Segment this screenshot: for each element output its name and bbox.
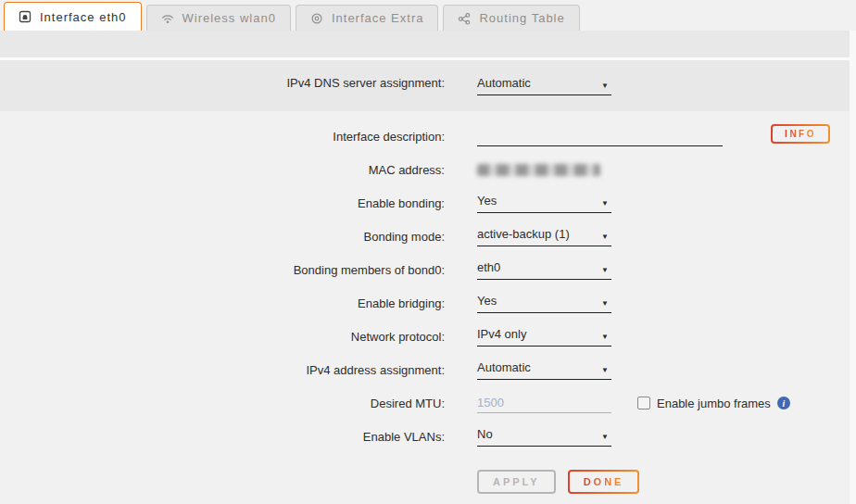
enable-bridging-select[interactable]: Yes ▼ [477,294,611,313]
jumbo-frames-label: Enable jumbo frames [657,397,771,410]
selected-value: Automatic [477,76,531,90]
tab-label: Interface Extra [332,11,424,25]
tab-label: Interface eth0 [40,10,127,24]
chevron-down-icon: ▼ [601,267,611,274]
info-button[interactable]: INFO [771,124,830,144]
jumbo-frames-checkbox[interactable] [637,397,650,410]
selected-value: No [477,427,493,441]
tab-interface-extra[interactable]: Interface Extra [296,5,439,31]
mac-address-row: MAC address: [0,153,856,186]
network-protocol-row: Network protocol: IPv4 only ▼ [0,320,856,353]
tab-label: Wireless wlan0 [183,11,276,25]
bonding-mode-label: Bonding mode: [0,230,445,244]
bonding-members-select[interactable]: eth0 ▼ [477,260,611,280]
network-protocol-select[interactable]: IPv4 only ▼ [477,327,611,346]
enable-bridging-row: Enable bridging: Yes ▼ [0,286,856,320]
ipv4-assignment-row: IPv4 address assignment: Automatic ▼ [0,353,856,386]
interface-description-input[interactable] [477,126,723,146]
chevron-down-icon: ▼ [601,200,611,208]
tab-routing-table[interactable]: Routing Table [443,5,579,31]
network-protocol-label: Network protocol: [0,330,445,344]
jumbo-info-icon[interactable]: i [777,397,790,410]
selected-value: Yes [477,294,497,308]
tab-interface-eth0[interactable]: Interface eth0 [4,2,142,31]
bonding-members-label: Bonding members of bond0: [0,263,445,277]
dns-assignment-label: IPv4 DNS server assignment: [0,76,445,90]
chevron-down-icon: ▼ [601,233,611,241]
enable-bonding-row: Enable bonding: Yes ▼ [0,186,856,220]
dns-assignment-row: IPv4 DNS server assignment: Automatic ▼ [0,76,856,95]
done-button-label: DONE [584,476,624,487]
chevron-down-icon: ▼ [601,334,611,341]
target-icon [310,12,323,25]
selected-value: active-backup (1) [477,227,570,241]
interface-form: Interface description: INFO MAC address:… [0,111,856,453]
bonding-members-row: Bonding members of bond0: eth0 ▼ [0,253,856,286]
done-button[interactable]: DONE [568,470,640,494]
desired-mtu-row: Desired MTU: Enable jumbo frames i [0,386,856,420]
tab-bar: Interface eth0 Wireless wlan0 Interface … [0,0,856,31]
desired-mtu-label: Desired MTU: [0,397,445,410]
mac-address-redacted-value [477,164,600,176]
selected-value: IPv4 only [477,327,526,341]
ipv4-assignment-select[interactable]: Automatic ▼ [477,360,611,380]
jumbo-frames-group: Enable jumbo frames i [637,397,790,410]
enable-vlans-select[interactable]: No ▼ [477,427,611,447]
enable-bonding-label: Enable bonding: [0,196,445,210]
enable-vlans-label: Enable VLANs: [0,430,445,444]
tab-wireless-wlan0[interactable]: Wireless wlan0 [146,5,291,31]
tab-label: Routing Table [479,11,564,25]
share-icon [458,12,471,25]
enable-bonding-select[interactable]: Yes ▼ [477,194,611,213]
action-buttons: APPLY DONE [477,470,639,494]
bonding-mode-row: Bonding mode: active-backup (1) ▼ [0,220,856,253]
ipv4-assignment-label: IPv4 address assignment: [0,363,445,377]
network-config-page: Interface eth0 Wireless wlan0 Interface … [0,0,856,504]
chevron-down-icon: ▼ [601,434,611,441]
chevron-down-icon: ▼ [601,300,611,308]
mac-address-label: MAC address: [0,163,445,177]
enable-vlans-row: Enable VLANs: No ▼ [0,420,856,453]
selected-value: Yes [477,194,497,208]
bonding-mode-select[interactable]: active-backup (1) ▼ [477,227,611,246]
dns-assignment-select[interactable]: Automatic ▼ [477,76,611,95]
selected-value: Automatic [477,360,531,374]
chevron-down-icon: ▼ [601,367,611,374]
enable-bridging-label: Enable bridging: [0,296,445,310]
selected-value: eth0 [477,260,500,274]
interface-description-label: Interface description: [0,130,445,144]
wifi-icon [161,12,174,25]
info-button-label: INFO [785,129,816,139]
ethernet-icon [19,10,31,23]
apply-button[interactable]: APPLY [477,470,556,494]
desired-mtu-input[interactable] [477,393,611,413]
interface-description-row: Interface description: INFO [0,120,856,153]
empty-toolbar-band [0,31,850,57]
chevron-down-icon: ▼ [601,82,611,90]
